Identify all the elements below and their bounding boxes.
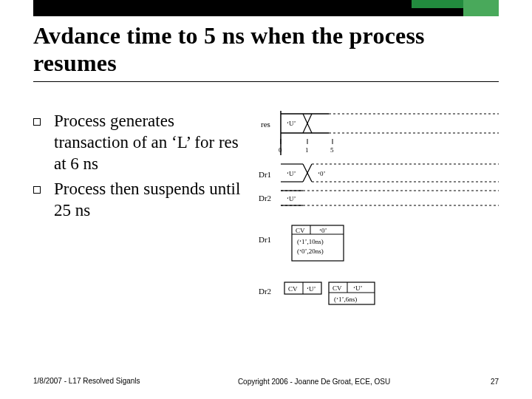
row-label-dr1: Dr1 [259, 170, 271, 179]
dr2-value-a: ‘U’ [287, 195, 296, 202]
slide-footer: 1/8/2007 - L17 Resolved Siganls Copyrigh… [33, 377, 499, 386]
dr1-value-b: ‘0’ [318, 170, 326, 177]
accent-green-light [463, 0, 499, 16]
footer-left: 1/8/2007 - L17 Resolved Siganls [33, 377, 159, 386]
res-value: ‘U’ [287, 120, 296, 127]
row-label-Dr2: Dr2 [259, 287, 271, 296]
dr1-value-a: ‘U’ [287, 170, 296, 177]
box1-h1: CV [296, 227, 305, 234]
tick-1: 1 [305, 146, 309, 154]
box1-h2: ‘0’ [319, 227, 327, 234]
box1-r2: (‘0’,20ns) [297, 248, 324, 255]
slide-title: Avdance time to 5 ns when the process re… [33, 22, 499, 82]
footer-center: Copyright 2006 - Joanne De Groat, ECE, O… [159, 378, 469, 386]
bullet-text: Process then suspends until 25 ns [54, 179, 248, 222]
slide-top-accent [33, 0, 499, 16]
row-label-dr2: Dr2 [259, 194, 271, 202]
row-label-res: res [261, 120, 270, 129]
bullet-square-icon [33, 186, 41, 194]
tick-5: 5 [330, 146, 334, 154]
box2b-h2: ‘U’ [353, 284, 363, 292]
tick-0: 0 [279, 146, 282, 154]
accent-green-dark [412, 0, 463, 8]
row-label-Dr1: Dr1 [259, 235, 271, 244]
box2a-h1: CV [288, 285, 298, 293]
box1-r1: (‘1’,10ns) [297, 238, 324, 245]
box2a-h2: ‘U’ [307, 285, 316, 293]
bullet-list: Process generates transaction of an ‘L’ … [33, 111, 248, 226]
footer-page-number: 27 [469, 378, 499, 386]
box2b-h1: CV [332, 284, 342, 292]
box2b-r1: (‘1’,6ns) [334, 296, 357, 303]
timing-diagram: res ‘U’ 0 1 5 Dr1 ‘U’ ‘0’ Dr2 ‘U’ Dr1 CV… [259, 111, 502, 332]
bullet-text: Process generates transaction of an ‘L’ … [54, 111, 248, 174]
list-item: Process generates transaction of an ‘L’ … [33, 111, 248, 174]
bullet-square-icon [33, 118, 41, 126]
list-item: Process then suspends until 25 ns [33, 179, 248, 222]
